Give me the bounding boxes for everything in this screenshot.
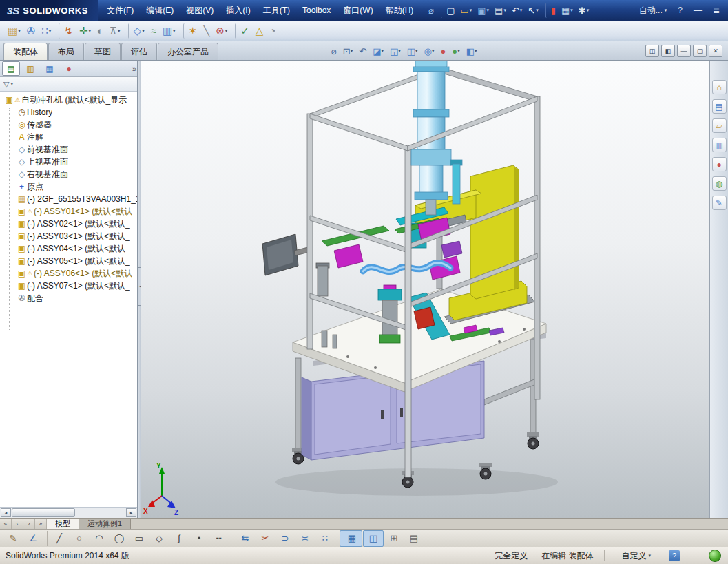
tree-item-mates[interactable]: ✇ 配合	[0, 292, 137, 304]
prev-tab-button[interactable]: ‹	[12, 519, 23, 529]
tree-item-history[interactable]: ◷ History	[0, 106, 137, 118]
hide-show-items-button[interactable]: ◎ ▾	[422, 43, 437, 59]
menu-insert[interactable]: 插入(I)	[220, 0, 256, 21]
polygon-tool[interactable]: ◇	[149, 531, 169, 546]
save-button[interactable]: ▣ ▾	[475, 3, 491, 18]
spline-tool[interactable]: ∫	[169, 531, 189, 546]
mate-button[interactable]: ✇	[25, 23, 38, 39]
pin-pane-button[interactable]: ◧	[661, 45, 675, 57]
smart-fasteners-button[interactable]: ↯	[59, 23, 75, 39]
view-settings-button[interactable]: ◧ ▾	[464, 43, 479, 59]
circle-tool[interactable]: ○	[70, 531, 89, 546]
tree-item-sensors[interactable]: ◎ 传感器	[0, 118, 137, 131]
model-canvas[interactable]: Y X Z	[141, 61, 709, 518]
scroll-right-button[interactable]: ▸	[126, 508, 136, 517]
tree-item-assy07[interactable]: ▣ (-) ASSY07<1> (默认<默认_	[0, 280, 137, 292]
propertymanager-tab[interactable]: ▥	[21, 61, 39, 76]
tree-item-part-2gf[interactable]: ▦ (-) 2GF_65155T3VAA003H1_1	[0, 193, 137, 205]
table-tool[interactable]: ▤	[404, 531, 424, 546]
exploded-view-button[interactable]: ✶	[183, 23, 200, 39]
solidworks-resources-tab[interactable]: ⌂	[712, 80, 727, 94]
custom-properties-tab[interactable]: ✎	[712, 196, 727, 210]
insert-components-button[interactable]: ▧ ▾	[6, 23, 23, 39]
search-scope-dropdown[interactable]: 自动... ▾	[639, 5, 667, 17]
tree-item-right-plane[interactable]: ◇ 右视基准面	[0, 168, 137, 180]
reference-geometry-button[interactable]: ◇ ▾	[128, 23, 147, 39]
help-menu-button[interactable]: ?	[678, 6, 683, 15]
instant3d-button[interactable]: △	[253, 23, 266, 39]
offset-tool[interactable]: ≍	[295, 531, 315, 546]
tree-root-assembly[interactable]: ▣ ⚠ 自动冲孔机 (默认<默认_显示	[0, 94, 137, 106]
menu-help[interactable]: 帮助(H)	[379, 0, 420, 21]
convert-entities-tool[interactable]: ⊃	[275, 531, 295, 546]
assembly-features-button[interactable]: ⊼ ▾	[107, 23, 123, 39]
shaded-view-toggle[interactable]: ◫	[363, 530, 384, 547]
tree-item-assy04[interactable]: ▣ (-) ASSY04<1> (默认<默认_	[0, 242, 137, 255]
options-button[interactable]: ✱ ▾	[576, 3, 591, 18]
tree-item-annotations[interactable]: A 注解	[0, 131, 137, 143]
toolbar-options-button[interactable]: ≣	[713, 6, 720, 15]
point-tool[interactable]: •	[189, 531, 209, 546]
zoom-fit-button[interactable]: ⌀	[329, 43, 339, 59]
file-explorer-tab[interactable]: ▱	[712, 118, 727, 133]
explode-line-button[interactable]: ╲	[201, 23, 211, 39]
rectangle-tool[interactable]: ▭	[129, 531, 149, 546]
display-grid-toggle[interactable]: ▦	[340, 530, 362, 547]
custom-status-dropdown[interactable]: 自定义 ▾	[621, 550, 651, 562]
undo-button[interactable]: ↶ ▾	[510, 3, 524, 18]
next-tab-button[interactable]: ›	[23, 519, 35, 529]
tree-filter-bar[interactable]: ▽ ▾	[0, 77, 137, 92]
tab-office-products[interactable]: 办公室产品	[158, 43, 218, 60]
scrollbar-thumb[interactable]	[12, 508, 75, 517]
solidworks-sphere-icon[interactable]	[709, 550, 721, 562]
restore-doc-button[interactable]: ▢	[693, 45, 707, 57]
open-file-button[interactable]: ▭ ▾	[458, 3, 474, 18]
rebuild-indicator[interactable]: ▮	[545, 3, 558, 18]
snap-toggle[interactable]: ⊞	[384, 531, 404, 546]
arc-tool[interactable]: ◠	[90, 531, 109, 546]
select-cursor-button[interactable]: ↖ ▾	[526, 3, 540, 18]
move-component-button[interactable]: ✛ ▾	[77, 23, 93, 39]
smart-dimension-button[interactable]: ∠	[23, 531, 43, 546]
search-flashlight-icon[interactable]: ⌀	[426, 3, 436, 18]
edit-appearance-button[interactable]: ●	[438, 43, 448, 59]
tree-item-front-plane[interactable]: ◇ 前视基准面	[0, 143, 137, 156]
tree-item-origin[interactable]: + 原点	[0, 180, 137, 193]
linear-pattern-tool[interactable]: ∷	[315, 531, 335, 546]
close-doc-button[interactable]: ✕	[709, 45, 722, 57]
tab-motion-study[interactable]: 运动算例1	[79, 519, 131, 529]
mirror-tool[interactable]: ⇆	[233, 531, 255, 546]
first-tab-button[interactable]: «	[0, 519, 12, 529]
tree-item-assy01[interactable]: ▣ ⚠ (-) ASSY01<1> (默认<默认	[0, 205, 137, 218]
view-orientation-button[interactable]: ◱ ▾	[388, 43, 403, 59]
menu-tools[interactable]: 工具(T)	[257, 0, 296, 21]
tab-layout[interactable]: 布局	[48, 43, 84, 60]
tree-item-assy06[interactable]: ▣ ⚠ (-) ASSY06<1> (默认<默认	[0, 267, 137, 280]
tab-assembly[interactable]: 装配体	[3, 43, 48, 60]
sketch-button[interactable]: ✎	[3, 531, 23, 546]
menu-toolbox[interactable]: Toolbox	[296, 0, 337, 21]
ellipse-tool[interactable]: ◯	[110, 531, 129, 546]
centerline-tool[interactable]: ╍	[209, 531, 229, 546]
float-pane-button[interactable]: ◫	[645, 45, 659, 57]
appearances-tab[interactable]: ●	[712, 157, 727, 171]
scenes-tab[interactable]: ◍	[712, 176, 727, 191]
minimize-menubar-button[interactable]: —	[694, 6, 702, 15]
tab-model[interactable]: 模型	[47, 519, 79, 529]
tree-item-assy02[interactable]: ▣ (-) ASSY02<1> (默认<默认_	[0, 218, 137, 230]
minimize-doc-button[interactable]: —	[677, 45, 691, 57]
tree-item-top-plane[interactable]: ◇ 上视基准面	[0, 156, 137, 168]
apply-scene-button[interactable]: ● ▾	[450, 43, 461, 59]
menu-view[interactable]: 视图(V)	[180, 0, 220, 21]
show-hidden-button[interactable]: ◐	[95, 23, 105, 39]
trim-tool[interactable]: ✂	[256, 531, 275, 546]
bom-button[interactable]: ▥ ▾	[160, 23, 178, 39]
interference-button[interactable]: ⊗ ▾	[214, 23, 229, 39]
featuremanager-tab[interactable]: ▤	[2, 61, 20, 76]
menu-file[interactable]: 文件(F)	[101, 0, 140, 21]
tree-item-assy03[interactable]: ▣ (-) ASSY03<1> (默认<默认_	[0, 230, 137, 242]
line-tool[interactable]: ╱	[47, 531, 69, 546]
view-palette-tab[interactable]: ▥	[712, 138, 727, 152]
panel-horizontal-scrollbar[interactable]: ◂ ▸	[0, 507, 137, 518]
quick-tips-help-button[interactable]: ?	[669, 550, 680, 561]
